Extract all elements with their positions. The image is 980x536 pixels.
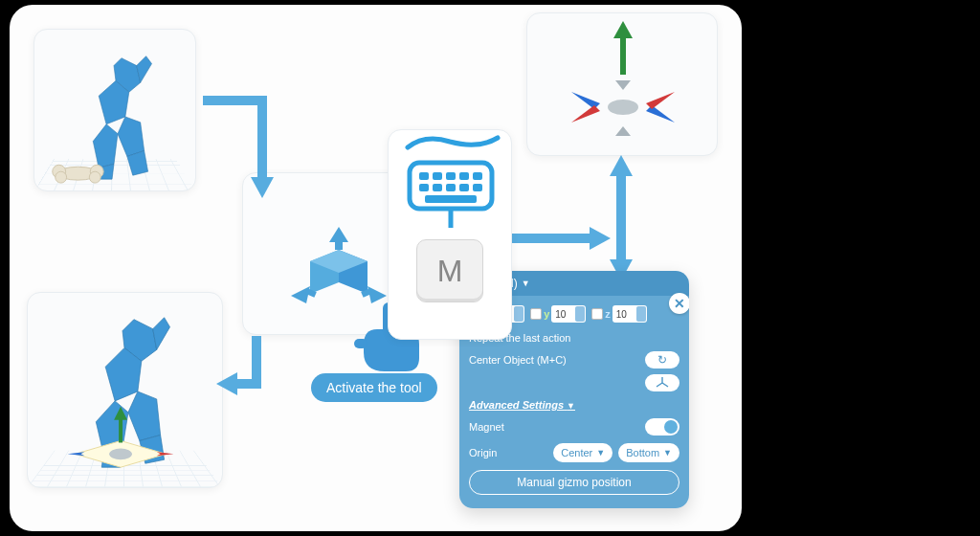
y-axis-label: y (544, 308, 549, 320)
origin-select-horizontal[interactable]: Center▼ (553, 443, 612, 462)
svg-rect-43 (433, 184, 442, 191)
svg-rect-29 (335, 240, 343, 250)
svg-point-10 (56, 171, 67, 183)
svg-rect-45 (459, 184, 469, 191)
svg-rect-40 (459, 172, 469, 180)
svg-rect-60 (511, 234, 593, 243)
flow-arrow (199, 81, 295, 206)
svg-rect-44 (446, 184, 456, 191)
translate-gizmo-icon (527, 13, 718, 156)
center-object-label: Center Object (M+C) (469, 354, 567, 366)
magnet-label: Magnet (469, 421, 504, 433)
svg-marker-55 (571, 105, 600, 123)
z-input[interactable]: 10 (612, 305, 647, 323)
svg-marker-53 (646, 105, 675, 123)
diagram-canvas: Activate the tool M (10, 5, 742, 531)
svg-rect-39 (446, 172, 456, 180)
origin-label: Origin (469, 447, 497, 458)
svg-marker-14 (128, 391, 161, 440)
panel-close-button[interactable]: ✕ (669, 293, 689, 314)
caret-down-icon: ▼ (522, 279, 530, 288)
svg-marker-3 (93, 124, 118, 168)
svg-rect-62 (616, 170, 626, 237)
advanced-settings-toggle[interactable]: Advanced Settings ▼ (469, 399, 679, 411)
svg-rect-35 (354, 339, 368, 348)
keyboard-icon (389, 130, 512, 235)
svg-rect-42 (419, 184, 429, 191)
svg-rect-37 (419, 172, 429, 180)
y-input[interactable]: 10 (551, 305, 586, 323)
manual-gizmo-button[interactable]: Manual gizmo position (469, 470, 679, 495)
svg-rect-23 (119, 416, 122, 443)
svg-marker-50 (615, 80, 631, 90)
svg-point-49 (608, 100, 638, 115)
svg-marker-52 (571, 92, 600, 109)
shortcut-keycap: M (416, 239, 483, 302)
keyboard-shortcut-tile: M (388, 129, 512, 340)
flow-arrow (603, 153, 641, 239)
z-axis-label: z (605, 308, 611, 320)
preview-object-on-buildplate (33, 29, 196, 191)
svg-rect-38 (433, 172, 442, 180)
svg-point-11 (89, 171, 100, 183)
svg-marker-58 (251, 177, 274, 198)
svg-point-20 (109, 448, 132, 459)
dog-model-with-gizmo-icon (28, 293, 222, 487)
flow-arrow (212, 330, 289, 416)
z-checkbox[interactable] (591, 308, 603, 320)
magnet-toggle[interactable] (645, 418, 679, 436)
svg-rect-64 (616, 231, 626, 263)
y-checkbox[interactable] (530, 308, 542, 320)
svg-marker-28 (329, 227, 348, 242)
svg-marker-59 (216, 372, 237, 395)
gizmo-tile (526, 12, 718, 156)
svg-marker-57 (613, 21, 633, 38)
svg-marker-30 (291, 286, 310, 303)
preview-object-with-gizmo (27, 292, 223, 488)
svg-marker-63 (610, 155, 633, 176)
svg-rect-56 (620, 36, 626, 75)
svg-marker-51 (615, 126, 631, 136)
svg-rect-47 (425, 195, 477, 203)
reload-button[interactable]: ↻ (645, 351, 679, 368)
dog-model-icon (34, 30, 195, 190)
axes-icon-button[interactable] (645, 374, 679, 391)
origin-select-vertical[interactable]: Bottom▼ (618, 443, 679, 462)
svg-marker-54 (646, 92, 675, 109)
svg-rect-41 (473, 172, 482, 180)
svg-marker-2 (118, 117, 145, 157)
svg-rect-46 (473, 184, 482, 191)
